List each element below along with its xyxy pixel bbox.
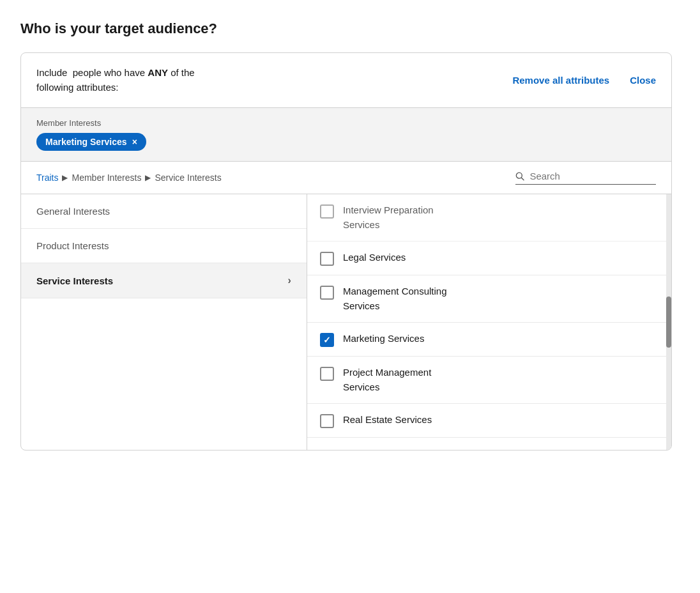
header-actions: Remove all attributes Close [512,73,656,87]
checkbox-marketing-services[interactable] [320,333,334,347]
include-prefix: Include [36,67,70,78]
left-panel-product-interests[interactable]: Product Interests [21,229,307,263]
left-panel-service-interests[interactable]: Service Interests › [21,263,307,298]
people-who-have: people who have [73,67,148,78]
selected-filters-area: Member Interests Marketing Services × [21,108,671,162]
breadcrumb-traits[interactable]: Traits [36,173,58,183]
breadcrumb-member-interests: Member Interests [72,173,141,183]
tag-close-icon[interactable]: × [132,137,137,147]
product-interests-label: Product Interests [36,240,109,251]
close-button[interactable]: Close [630,73,656,87]
search-box[interactable] [515,171,656,185]
scrollbar-thumb[interactable] [666,296,671,348]
item-label-real-estate: Real Estate Services [343,413,432,427]
search-icon [515,171,524,181]
list-item[interactable]: Interview PreparationServices [307,194,671,242]
checkbox-legal-services[interactable] [320,252,334,266]
left-panel: General Interests Product Interests Serv… [21,194,307,450]
checkbox-project-management[interactable] [320,367,334,381]
checkbox-interview-prep[interactable] [320,204,334,219]
list-item[interactable]: Real Estate Services [307,404,671,438]
scrollbar-track [666,194,671,450]
any-keyword: ANY [148,67,168,78]
card-header: Include people who have ANY of thefollow… [21,53,671,108]
selected-tag[interactable]: Marketing Services × [36,133,146,151]
service-interests-label: Service Interests [36,275,113,286]
breadcrumb-sep-2: ▶ [145,173,151,182]
right-panel: Interview PreparationServices Legal Serv… [307,194,671,450]
item-label-legal-services: Legal Services [343,250,406,265]
breadcrumb-bar: Traits ▶ Member Interests ▶ Service Inte… [21,162,671,194]
list-item[interactable]: Project ManagementServices [307,357,671,404]
content-area: General Interests Product Interests Serv… [21,194,671,450]
page-title: Who is your target audience? [20,20,680,37]
item-label-marketing-services: Marketing Services [343,332,425,346]
left-panel-general-interests[interactable]: General Interests [21,194,307,229]
item-label-management-consulting: Management ConsultingServices [343,284,447,313]
chevron-right-icon: › [288,275,291,286]
tag-label: Marketing Services [45,137,127,147]
list-item[interactable]: Legal Services [307,242,671,275]
breadcrumb: Traits ▶ Member Interests ▶ Service Inte… [36,173,222,183]
breadcrumb-service-interests: Service Interests [155,173,221,183]
search-input[interactable] [529,171,656,181]
breadcrumb-sep-1: ▶ [62,173,68,182]
checkbox-real-estate[interactable] [320,414,334,428]
header-description: Include people who have ANY of thefollow… [36,66,195,95]
svg-line-1 [521,178,524,180]
item-label-project-management: Project ManagementServices [343,366,431,394]
list-item[interactable]: Marketing Services [307,323,671,357]
general-interests-label: General Interests [36,206,110,217]
filter-section-label: Member Interests [36,118,656,128]
audience-card: Include people who have ANY of thefollow… [20,52,672,451]
list-item[interactable]: Management ConsultingServices [307,275,671,323]
checkbox-management-consulting[interactable] [320,286,334,300]
item-label-interview-prep: Interview PreparationServices [343,203,434,232]
remove-all-button[interactable]: Remove all attributes [512,73,609,87]
